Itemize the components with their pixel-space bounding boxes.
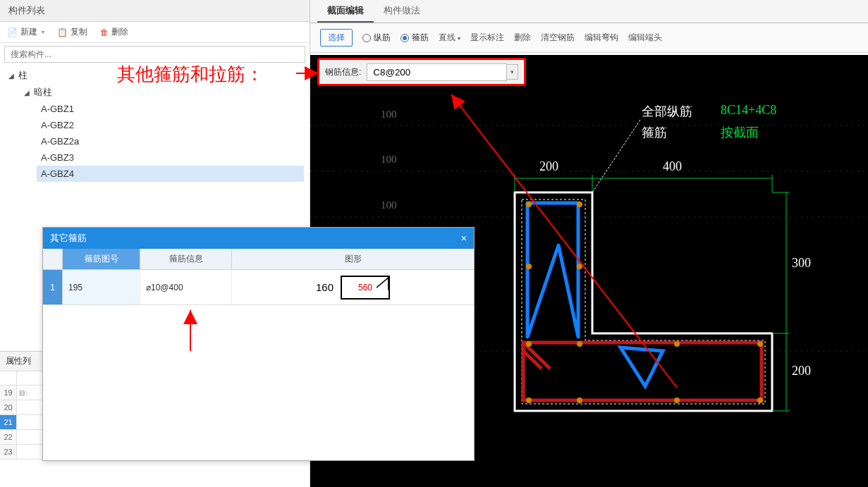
col-stirrup-id[interactable]: 箍筋图号 [63, 249, 140, 269]
edit-hook-button[interactable]: 编辑弯钩 [585, 32, 618, 44]
svg-point-8 [526, 341, 532, 347]
tab-section-edit[interactable]: 截面编辑 [317, 0, 374, 23]
svg-point-4 [526, 202, 532, 207]
radio-icon [401, 34, 409, 42]
other-stirrup-dialog: 其它箍筋 × 箍筋图号 箍筋信息 图形 1 195 ⌀10@400 160 56… [42, 227, 475, 461]
prop-row[interactable]: 22 [0, 430, 44, 445]
rebar-value-1: 8C14+4C8 [721, 103, 776, 118]
collapse-icon: ⊟ [17, 389, 27, 397]
prop-row[interactable]: 20 [0, 400, 44, 415]
col-shape[interactable]: 图形 [232, 249, 474, 269]
tick-label: 100 [381, 154, 397, 166]
tree-item-agbz3[interactable]: A-GBZ3 [37, 149, 304, 166]
prop-row[interactable]: 21 [0, 415, 44, 430]
tab-component-method[interactable]: 构件做法 [374, 0, 430, 23]
new-icon: 📄 [7, 27, 18, 37]
dialog-title: 其它箍筋 [50, 232, 87, 245]
delete-icon: 🗑 [100, 27, 109, 37]
dim-top-left: 200 [539, 159, 558, 174]
copy-button[interactable]: 📋 复制 [57, 26, 87, 38]
shape-preview: 560 [341, 276, 390, 300]
delete-rebar-button[interactable]: 删除 [514, 32, 531, 44]
select-button[interactable]: 选择 [320, 29, 353, 47]
component-list-title: 构件列表 [0, 0, 310, 22]
edit-end-button[interactable]: 编辑端头 [628, 32, 662, 44]
svg-point-10 [526, 397, 532, 403]
delete-button[interactable]: 🗑 删除 [100, 26, 128, 38]
show-label-button[interactable]: 显示标注 [470, 32, 504, 44]
tree-toggle-icon: ◢ [8, 72, 16, 80]
line-button[interactable]: 直线 ▾ [439, 32, 460, 44]
cell-stirrup-info[interactable]: ⌀10@400 [140, 270, 232, 304]
prop-row[interactable]: 19⊟ [0, 386, 44, 400]
rebar-value-2: 按截面 [721, 124, 759, 141]
tree-root-label: 柱 [18, 69, 27, 82]
svg-point-5 [577, 202, 582, 207]
delete-label: 删除 [111, 26, 128, 38]
row-number: 1 [43, 270, 63, 304]
tree-item-agbz1[interactable]: A-GBZ1 [37, 101, 304, 117]
rebar-label-2: 箍筋 [642, 124, 667, 141]
radio-longitudinal[interactable]: 纵筋 [362, 32, 391, 44]
annotation-other-stirrup: 其他箍筋和拉筋： [117, 62, 264, 87]
tree-item-agbz2[interactable]: A-GBZ2 [37, 117, 304, 133]
svg-point-15 [757, 397, 763, 403]
svg-line-24 [592, 120, 640, 192]
svg-point-9 [577, 341, 582, 347]
clear-rebar-button[interactable]: 清空钢筋 [541, 32, 575, 44]
radio-label: 箍筋 [412, 32, 429, 44]
dim-right-top: 300 [792, 256, 811, 271]
svg-point-6 [526, 264, 532, 269]
radio-stirrup[interactable]: 箍筋 [401, 32, 429, 44]
tree-sub-label: 暗柱 [34, 86, 52, 99]
rebar-info-label: 钢筋信息: [325, 66, 361, 78]
shape-dim-1: 160 [316, 281, 334, 293]
search-input[interactable] [4, 46, 305, 63]
table-row[interactable]: 1 195 ⌀10@400 160 560 [43, 270, 474, 305]
dim-top-right: 400 [663, 159, 682, 174]
tick-label: 100 [381, 199, 397, 211]
tree-toggle-icon: ◢ [24, 89, 31, 97]
copy-icon: 📋 [57, 27, 68, 37]
copy-label: 复制 [71, 26, 87, 38]
dim-right-bottom: 200 [792, 364, 811, 378]
rebar-info-dropdown[interactable]: ▾ [507, 64, 518, 80]
new-label: 新建 [20, 26, 37, 38]
close-icon[interactable]: × [461, 233, 467, 244]
rebar-label-1: 全部纵筋 [642, 103, 692, 120]
svg-point-11 [577, 397, 582, 403]
tick-label: 100 [381, 109, 397, 121]
new-button[interactable]: 📄 新建 ▾ [7, 26, 44, 38]
radio-label: 纵筋 [374, 32, 391, 44]
svg-point-7 [577, 264, 582, 269]
tree-item-agbz4[interactable]: A-GBZ4 [37, 166, 304, 182]
col-stirrup-info[interactable]: 箍筋信息 [140, 249, 232, 269]
rebar-info-input[interactable] [367, 63, 507, 81]
radio-icon [362, 34, 371, 42]
rebar-info-box: 钢筋信息: ▾ [317, 58, 526, 86]
tree-item-agbz2a[interactable]: A-GBZ2a [37, 133, 304, 149]
prop-row[interactable]: 23 [0, 445, 44, 460]
chevron-down-icon: ▾ [42, 29, 44, 35]
svg-point-12 [674, 341, 680, 347]
svg-point-13 [674, 397, 680, 403]
chevron-down-icon: ▾ [458, 35, 460, 42]
property-panel-title: 属性列 [0, 352, 44, 371]
svg-point-14 [757, 341, 763, 347]
cell-stirrup-id[interactable]: 195 [63, 270, 140, 304]
